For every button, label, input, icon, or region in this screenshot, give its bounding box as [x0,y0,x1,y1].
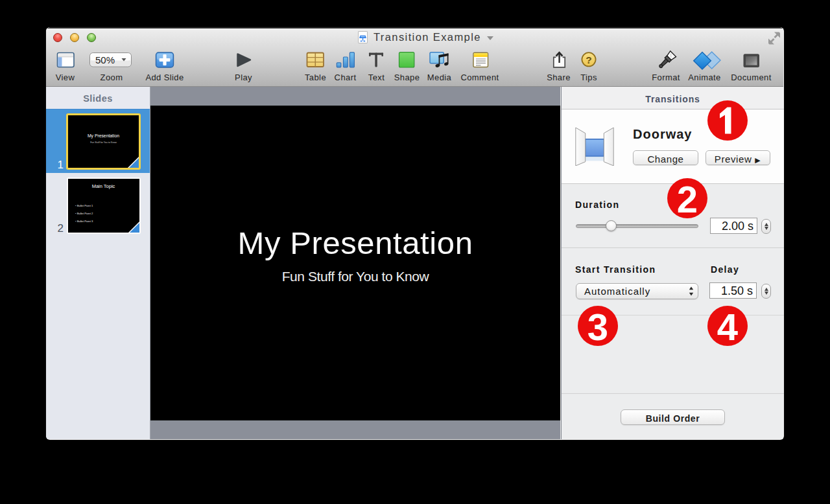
svg-text:?: ? [586,54,591,65]
svg-text:50%: 50% [95,54,115,65]
